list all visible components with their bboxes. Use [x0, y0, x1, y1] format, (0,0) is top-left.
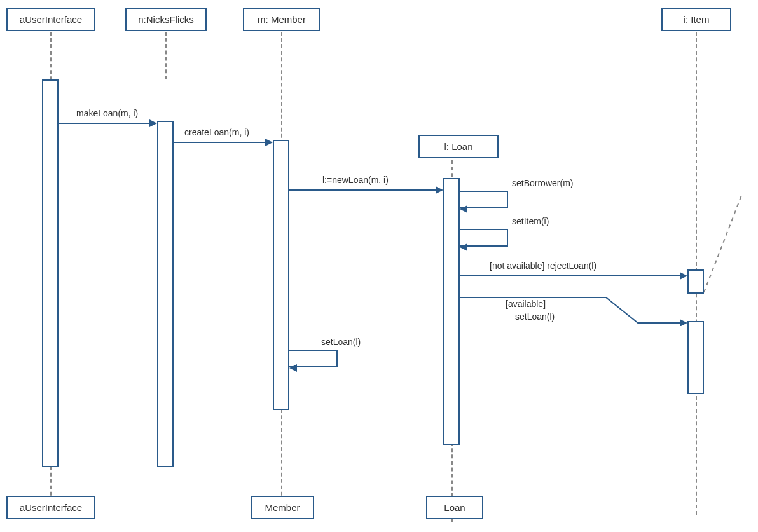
- arrow-makeloan: [59, 123, 151, 124]
- arrow-head-setitem: [460, 243, 467, 251]
- msg-setitem-label: setItem(i): [512, 216, 549, 226]
- footer-label: aUserInterface: [20, 502, 82, 513]
- activation-nf: [157, 121, 174, 467]
- activation-loan: [443, 178, 460, 445]
- sequence-diagram: aUserInterface n:NicksFlicks m: Member i…: [0, 0, 758, 532]
- arrow-head-newloan: [436, 186, 443, 194]
- arrow-newloan: [289, 189, 437, 191]
- footer-label: Loan: [444, 502, 465, 513]
- participant-label: aUserInterface: [20, 14, 82, 25]
- participant-label: n:NicksFlicks: [138, 14, 194, 25]
- footer-loan: Loan: [426, 496, 483, 519]
- footer-member: Member: [251, 496, 314, 519]
- msg-setloan-member-label: setLoan(l): [321, 337, 361, 347]
- participant-loan: l: Loan: [418, 135, 499, 158]
- msg-newloan-label: l:=newLoan(m, i): [322, 175, 389, 185]
- arrow-head-createloan: [265, 139, 273, 146]
- footer-user-interface: aUserInterface: [6, 496, 95, 519]
- svg-line-0: [704, 194, 742, 292]
- participant-member: m: Member: [243, 8, 320, 31]
- arrow-head-setloan-member: [289, 364, 297, 372]
- participant-label: l: Loan: [444, 141, 472, 152]
- arrow-head-makeloan: [149, 119, 157, 127]
- participant-label: i: Item: [684, 14, 710, 25]
- activation-member: [273, 140, 289, 410]
- lifeline-nf: [165, 32, 167, 79]
- activation-ui: [42, 79, 59, 467]
- arrow-head-setborrower: [460, 205, 467, 213]
- arrow-head-rejectloan: [680, 272, 687, 280]
- participant-label: m: Member: [258, 14, 306, 25]
- arrow-setloan-item: [460, 297, 689, 326]
- participant-nicksflicks: n:NicksFlicks: [125, 8, 207, 31]
- svg-marker-1: [680, 319, 687, 326]
- arrow-createloan: [174, 142, 266, 143]
- activation-item-setloan: [687, 321, 704, 394]
- participant-user-interface: aUserInterface: [6, 8, 95, 31]
- msg-makeloan-label: makeLoan(m, i): [76, 108, 138, 118]
- activation-item-reject: [687, 269, 704, 294]
- msg-rejectloan-label: [not available] rejectLoan(l): [490, 261, 596, 271]
- msg-setborrower-label: setBorrower(m): [512, 178, 573, 188]
- return-dashed: [704, 191, 755, 296]
- participant-item: i: Item: [661, 8, 731, 31]
- footer-label: Member: [265, 502, 300, 513]
- msg-createloan-label: createLoan(m, i): [184, 127, 249, 137]
- arrow-rejectloan: [460, 275, 681, 276]
